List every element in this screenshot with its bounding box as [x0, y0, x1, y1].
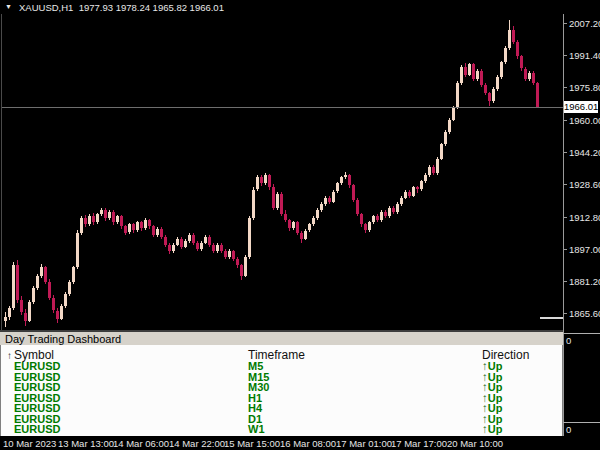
bull-candle-body [468, 64, 471, 74]
dashboard-title-bar[interactable]: Day Trading Dashboard [0, 330, 563, 345]
timeframe-cell: M15 [248, 372, 269, 382]
bear-candle-body [516, 42, 519, 56]
bear-candle-body [376, 216, 379, 220]
bear-candle-body [112, 212, 115, 222]
table-row[interactable]: EURUSDM5↑Up [1, 361, 562, 371]
direction-cell: ↑Up [482, 382, 502, 392]
bear-candle-body [288, 220, 291, 228]
bull-candle-body [12, 265, 15, 308]
current-price-line [2, 107, 563, 108]
price-tick [563, 120, 567, 121]
bull-candle-body [508, 30, 511, 49]
bear-candle-body [104, 210, 107, 218]
bull-candle-body [336, 183, 339, 191]
bear-candle-body [84, 218, 87, 224]
bear-candle-body [20, 300, 23, 312]
bull-candle-body [8, 308, 11, 316]
bull-candle-body [96, 214, 99, 222]
bear-candle-body [24, 313, 27, 321]
up-arrow-icon: ↑ [482, 423, 488, 435]
price-tick [563, 152, 567, 153]
bull-candle-body [204, 237, 207, 243]
bull-candle-body [144, 220, 147, 228]
dashboard-panel: ↑ Symbol Timeframe Direction EURUSDM5↑Up… [0, 345, 563, 436]
bear-candle-body [352, 185, 355, 199]
bear-candle-body [48, 282, 51, 298]
bull-candle-body [292, 222, 295, 228]
bear-candle-body [356, 200, 359, 214]
direction-cell: ↑Up [482, 393, 502, 403]
bear-candle-body [284, 214, 287, 220]
price-axis-border [563, 14, 564, 436]
sort-ascending-icon[interactable]: ↑ [7, 350, 12, 361]
price-tick-label: 1881.20 [569, 276, 600, 287]
mt4-chart-window: ▼ XAUUSD,H1 1977.93 1978.24 1965.82 1966… [0, 0, 600, 450]
timeframe-cell: H4 [248, 403, 262, 413]
bull-candle-body [36, 276, 39, 288]
bear-candle-body [132, 224, 135, 230]
bull-candle-body [500, 62, 503, 76]
bull-candle-body [88, 216, 91, 224]
price-tick-label: 2007.20 [569, 18, 600, 29]
price-tick-label: 1944.20 [569, 147, 600, 158]
bear-candle-body [212, 245, 215, 251]
bull-candle-body [40, 267, 43, 275]
table-row[interactable]: EURUSDH1↑Up [1, 393, 562, 403]
subwindow-separator [563, 333, 600, 334]
bear-candle-body [532, 73, 535, 84]
bull-candle-body [60, 306, 63, 318]
time-axis[interactable]: 10 Mar 202313 Mar 13:0014 Mar 06:0014 Ma… [0, 436, 600, 450]
bull-candle-body [108, 212, 111, 218]
bear-candle-body [260, 177, 263, 183]
bear-candle-body [416, 187, 419, 189]
bear-candle-body [392, 208, 395, 212]
bear-candle-body [44, 267, 47, 281]
bear-candle-body [408, 192, 411, 196]
table-row[interactable]: EURUSDW1↑Up [1, 424, 562, 434]
dashboard-title: Day Trading Dashboard [5, 333, 121, 345]
bear-candle-body [268, 175, 271, 187]
bull-candle-body [528, 73, 531, 79]
time-tick-label: 10 Mar 2023 [3, 438, 56, 449]
bull-candle-body [452, 108, 455, 120]
current-price-box: 1966.01 [564, 101, 598, 113]
bear-candle-body [512, 30, 515, 42]
bull-candle-body [188, 235, 191, 241]
bull-candle-body [304, 231, 307, 239]
table-row[interactable]: EURUSDM30↑Up [1, 382, 562, 392]
bear-candle-body [240, 265, 243, 275]
subwindow-zero-label: 0 [566, 424, 571, 435]
bull-candle-body [448, 120, 451, 132]
timeframe-cell: D1 [248, 414, 262, 424]
bear-candle-body [348, 175, 351, 185]
timeframe-cell: H1 [248, 393, 262, 403]
bull-candle-body [76, 233, 79, 268]
symbol-cell: EURUSD [14, 393, 60, 403]
bear-candle-body [220, 245, 223, 251]
bull-candle-body [476, 71, 479, 79]
direction-cell: ↑Up [482, 372, 502, 382]
bear-candle-body [272, 187, 275, 208]
time-tick-label: 15 Mar 15:00 [224, 438, 280, 449]
bear-candle-body [328, 198, 331, 202]
symbol-cell: EURUSD [14, 424, 60, 434]
table-row[interactable]: EURUSDH4↑Up [1, 403, 562, 413]
bear-candle-body [140, 222, 143, 228]
bear-candle-body [148, 220, 151, 226]
bear-candle-body [384, 212, 387, 216]
bull-candle-body [312, 218, 315, 224]
table-row[interactable]: EURUSDM15↑Up [1, 372, 562, 382]
time-tick-label: 17 Mar 17:00 [391, 438, 447, 449]
bull-candle-body [64, 294, 67, 306]
table-row[interactable]: EURUSDD1↑Up [1, 414, 562, 424]
time-tick-label: 14 Mar 22:00 [169, 438, 225, 449]
bull-candle-body [396, 204, 399, 212]
bear-candle-body [124, 226, 127, 232]
bull-candle-body [200, 243, 203, 249]
bear-candle-body [488, 93, 491, 101]
bull-candle-body [440, 144, 443, 158]
bear-candle-body [464, 67, 467, 75]
price-tick-label: 1865.60 [569, 308, 600, 319]
bull-candle-body [372, 216, 375, 222]
bull-candle-body [308, 224, 311, 230]
